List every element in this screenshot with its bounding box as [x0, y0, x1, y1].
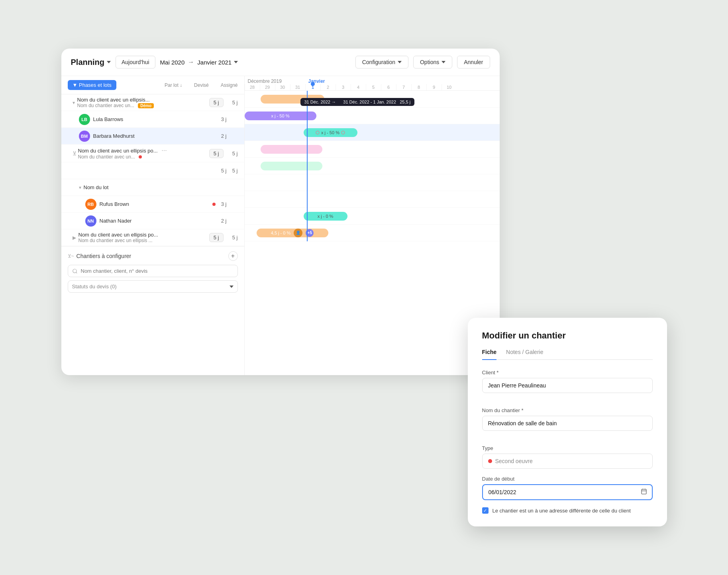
table-row: BM Barbara Medhurst 2 j — [61, 128, 244, 145]
options-button[interactable]: Options — [413, 56, 452, 68]
to-date-chevron-icon — [234, 61, 238, 63]
day-cell: 31 — [290, 84, 305, 90]
person-name: Barbara Medhurst — [93, 133, 216, 139]
gantt-bar: x j - 50 % — [245, 111, 316, 120]
table-row: LB Lula Barrows 3 j — [61, 111, 244, 128]
person-name: Nathan Nader — [100, 218, 216, 224]
checkbox-label: Le chantier est un à une adresse différe… — [493, 508, 631, 514]
january-month-label: Janvier — [305, 78, 457, 84]
today-button[interactable]: Aujourd'hui — [116, 56, 155, 68]
client-name: Nom du client avec un ellipsis po... ··· — [78, 147, 209, 154]
avatar: LB — [79, 114, 90, 125]
checkbox-input[interactable]: ✓ — [482, 507, 489, 514]
day-cell-today: 1 — [305, 84, 320, 90]
chantier-field-group: Nom du chantier * — [482, 407, 653, 438]
sort-icon[interactable]: ⊻~ — [68, 253, 74, 259]
client-input[interactable] — [482, 378, 653, 393]
client-field-group: Client * — [482, 370, 653, 400]
table-row: ⊻ Nom du client avec un ellipsis po... ·… — [61, 145, 244, 162]
tab-notes[interactable]: Notes / Galerie — [506, 349, 543, 359]
date-field-wrap — [482, 484, 653, 500]
planning-body: ▼ Phases et lots Par lot ↓ Devisé Assign… — [61, 76, 500, 375]
bar-circle-left — [316, 131, 320, 135]
date-field-group: Date de début — [482, 476, 653, 500]
phases-lots-button[interactable]: ▼ Phases et lots — [68, 80, 116, 90]
devise-val: 2 j — [216, 218, 227, 224]
to-date-selector[interactable]: Janvier 2021 — [197, 59, 238, 66]
collapse-icon[interactable]: ▾ — [73, 100, 75, 106]
day-cell: 29 — [260, 84, 275, 90]
more-icon[interactable]: ··· — [161, 147, 167, 154]
config-label: Configuration — [362, 59, 395, 65]
options-chevron-icon — [442, 61, 445, 63]
col-assigne: Assigné — [221, 82, 238, 88]
chantier-name: Nom du chantier avec un... Démo — [77, 103, 209, 108]
phases-label-text: ▼ Phases et lots — [73, 82, 112, 88]
gantt-area: Décembre 2019 28 29 30 31 Janvier — [245, 76, 500, 375]
gantt-row — [245, 158, 500, 174]
bar-label: x j - 50 % — [271, 113, 290, 118]
assigne-val: 5 j — [227, 151, 238, 156]
table-row: ▶ Nom du client avec un ellipsis po... N… — [61, 229, 244, 246]
expand-icon[interactable]: ⊻ — [73, 150, 77, 156]
client-label-wrap: Nom du client avec un ellipsis po... ···… — [78, 147, 209, 160]
month-label: Décembre 2019 — [245, 78, 305, 84]
bar-tooltip: 31 Déc. 2022 → 31 Déc. 2022 - 1 Jan. 202… — [300, 98, 415, 106]
day-cell: 6 — [381, 84, 396, 90]
svg-rect-2 — [642, 489, 646, 494]
tab-fiche[interactable]: Fiche — [482, 349, 497, 360]
options-label: Options — [420, 59, 439, 65]
collapse-icon[interactable]: ▾ — [79, 185, 81, 190]
status-dot — [139, 155, 142, 158]
planning-title[interactable]: Planning — [71, 58, 111, 67]
demo-badge: Démo — [138, 103, 154, 108]
search-wrap[interactable] — [68, 265, 238, 277]
client-label-wrap: Nom du client avec un ellipsis po... Nom… — [78, 232, 209, 243]
day-cell: 4 — [351, 84, 366, 90]
day-cell: 10 — [442, 84, 457, 90]
col-par-lot[interactable]: Par lot ↓ — [165, 82, 182, 88]
planning-panel: Planning Aujourd'hui Mai 2020 → Janvier … — [61, 49, 500, 375]
type-select[interactable]: Second oeuvre — [482, 454, 653, 469]
expand-icon[interactable]: ▶ — [73, 235, 76, 241]
chantiers-section: ⊻~ Chantiers à configurer + Statuts du d… — [61, 246, 244, 297]
client-label-wrap: Nom du client avec un ellipsis... Nom du… — [77, 97, 209, 108]
calendar-icon[interactable] — [641, 488, 647, 496]
table-row: ▾ Nom du lot — [61, 179, 244, 196]
avatar: BM — [79, 131, 90, 142]
date-label: Date de début — [482, 476, 653, 482]
svg-point-0 — [73, 269, 76, 272]
bar-label: 4,5 j - 0 % — [271, 231, 291, 235]
gantt-bar: 4,5 j - 0 % 👤 +5 — [257, 229, 328, 237]
gantt-bar: x j - 50 % — [304, 128, 357, 137]
chantiers-title: ⊻~ Chantiers à configurer — [68, 253, 131, 259]
avatar: NN — [85, 215, 96, 227]
january-header: Janvier 1 2 3 4 5 6 — [305, 78, 457, 90]
chantiers-header: ⊻~ Chantiers à configurer + — [68, 251, 238, 261]
chantier-input[interactable] — [482, 416, 653, 431]
january-days: 1 2 3 4 5 6 7 8 9 10 — [305, 84, 457, 90]
status-select[interactable]: Statuts du devis (0) — [68, 280, 238, 293]
bar-circle-right — [341, 131, 345, 135]
assigne-val: 5 j — [227, 235, 238, 241]
cancel-button[interactable]: Annuler — [457, 56, 490, 68]
chantier-name: Nom du chantier avec un... — [78, 154, 209, 160]
day-cell: 2 — [320, 84, 336, 90]
devise-val: 3 j — [216, 201, 227, 207]
today-line — [307, 91, 308, 241]
search-input[interactable] — [81, 268, 234, 274]
date-input[interactable] — [482, 484, 653, 500]
sidebar-header-row: ▼ Phases et lots Par lot ↓ Devisé Assign… — [61, 76, 244, 94]
gantt-row — [245, 141, 500, 158]
add-chantier-button[interactable]: + — [228, 251, 238, 261]
chantier-name: Nom du chantier avec un ellipsis ... — [78, 238, 209, 243]
configuration-button[interactable]: Configuration — [355, 56, 408, 68]
day-cell: 5 — [366, 84, 381, 90]
devise-box: 5 j — [209, 98, 224, 107]
planning-chevron-icon[interactable] — [107, 61, 111, 63]
day-cell: 28 — [245, 84, 260, 90]
modal-tabs: Fiche Notes / Galerie — [482, 349, 653, 360]
gantt-row: x j - 0 % — [245, 208, 500, 225]
bar-label: x j - 0 % — [318, 214, 334, 219]
devise-box: 5 j — [209, 233, 224, 242]
